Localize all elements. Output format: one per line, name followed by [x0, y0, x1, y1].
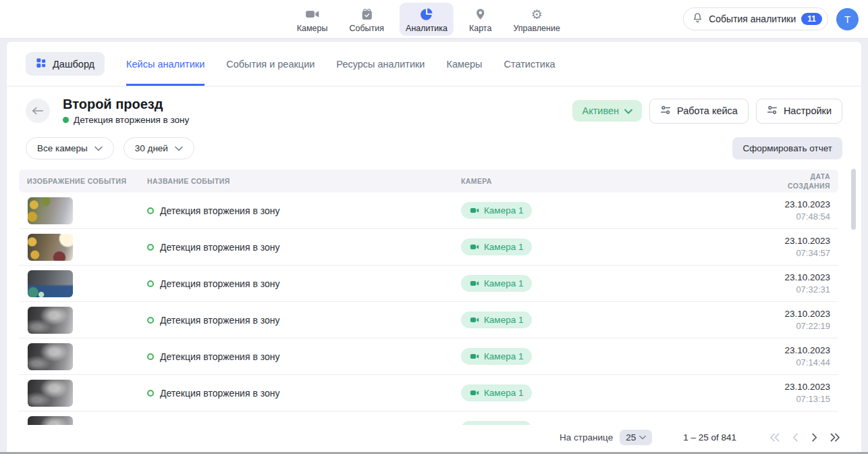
- camera-cell: Камера 1: [461, 311, 769, 328]
- event-name-cell: Детекция вторжения в зону: [147, 205, 461, 216]
- filter-row: Все камеры 30 дней Сформировать отчет: [7, 137, 861, 159]
- camera-badge[interactable]: Камера 1: [461, 238, 532, 255]
- table-row[interactable]: Детекция вторжения в зонуКамера 123.10.2…: [19, 266, 838, 302]
- event-thumbnail[interactable]: [28, 343, 73, 370]
- event-status-ring-icon: [147, 280, 154, 287]
- analytics-events-button[interactable]: События аналитики 11: [683, 7, 828, 30]
- table-row[interactable]: Детекция вторжения в зонуКамера 123.10.2…: [19, 193, 838, 229]
- table-row[interactable]: Детекция вторжения в зонуКамера 123.10.2…: [19, 338, 838, 375]
- cameras-filter-dropdown[interactable]: Все камеры: [26, 137, 114, 159]
- tab-events-and-reactions[interactable]: События и реакции: [226, 42, 315, 86]
- topbar-right: События аналитики 11 T: [683, 7, 859, 30]
- generate-report-button[interactable]: Сформировать отчет: [732, 137, 842, 159]
- event-status-ring-icon: [147, 353, 154, 360]
- user-avatar[interactable]: T: [836, 8, 859, 30]
- per-page-select[interactable]: 25: [620, 430, 652, 445]
- date-cell: 23.10.202307:13:15: [769, 382, 830, 404]
- case-work-button[interactable]: Работа кейса: [649, 99, 749, 124]
- dashboard-label: Дашборд: [53, 59, 94, 70]
- camera-name: Камера 1: [484, 315, 523, 325]
- event-thumbnail[interactable]: [28, 380, 73, 407]
- topnav-item-label: Аналитика: [406, 24, 447, 33]
- topnav-item-events[interactable]: События: [343, 3, 390, 36]
- event-thumbnail[interactable]: [28, 307, 73, 334]
- camera-name: Камера 1: [484, 205, 523, 216]
- column-header-camera: КАМЕРА: [461, 176, 769, 186]
- event-name-cell: Детекция вторжения в зону: [147, 242, 461, 253]
- event-thumbnail[interactable]: [28, 234, 73, 261]
- event-thumbnail[interactable]: [28, 197, 73, 224]
- camera-badge[interactable]: Камера 1: [461, 348, 532, 365]
- event-thumbnail[interactable]: [28, 270, 73, 297]
- topnav-item-map[interactable]: Карта: [463, 3, 497, 36]
- case-work-label: Работа кейса: [677, 105, 738, 116]
- prev-page-button[interactable]: [792, 433, 799, 442]
- status-dot-icon: [63, 117, 69, 123]
- back-button[interactable]: [26, 99, 50, 123]
- camera-name: Камера 1: [484, 351, 523, 361]
- camera-badge[interactable]: Камера 1: [461, 275, 532, 292]
- tab-cameras[interactable]: Камеры: [446, 42, 482, 86]
- events-table: ИЗОБРАЖЕНИЕ СОБЫТИЯ НАЗВАНИЕ СОБЫТИЯ КАМ…: [7, 170, 861, 448]
- table-row[interactable]: Детекция вторжения в зонуКамера 123.10.2…: [19, 375, 838, 411]
- status-dropdown[interactable]: Активен: [572, 100, 642, 122]
- camera-icon: [470, 279, 479, 288]
- event-status-ring-icon: [147, 207, 154, 214]
- topnav-item-label: Карта: [469, 24, 491, 33]
- camera-icon: [470, 388, 479, 397]
- event-name: Детекция вторжения в зону: [160, 242, 280, 253]
- camera-cell: Камера 1: [461, 275, 769, 292]
- event-name: Детекция вторжения в зону: [160, 351, 280, 362]
- settings-button[interactable]: Настройки: [756, 99, 842, 124]
- tab-statistics[interactable]: Статистика: [504, 42, 555, 86]
- camera-badge[interactable]: Камера 1: [461, 202, 532, 219]
- table-row[interactable]: Детекция вторжения в зонуКамера 123.10.2…: [19, 229, 838, 266]
- date-cell: 23.10.202307:14:44: [769, 345, 830, 368]
- camera-name: Камера 1: [484, 242, 523, 252]
- vertical-scrollbar[interactable]: [851, 169, 856, 230]
- event-name-cell: Детекция вторжения в зону: [147, 351, 461, 362]
- pagination-footer: На странице 25 1 – 25 of 841: [7, 425, 861, 452]
- camera-badge[interactable]: Камера 1: [461, 384, 532, 401]
- notification-count-badge: 11: [801, 13, 822, 25]
- event-check-icon: [360, 6, 373, 22]
- sliders-icon: [660, 105, 671, 118]
- column-header-event-name: НАЗВАНИЕ СОБЫТИЯ: [147, 176, 461, 186]
- camera-icon: [470, 316, 479, 324]
- camera-cell: Камера 1: [461, 202, 769, 219]
- table-row[interactable]: Детекция вторжения в зонуКамера 123.10.2…: [19, 302, 838, 338]
- event-name: Детекция вторжения в зону: [160, 315, 280, 326]
- chevron-down-icon: [175, 143, 183, 153]
- date-cell: 23.10.202307:32:31: [769, 272, 830, 295]
- first-page-button[interactable]: [769, 433, 780, 442]
- case-actions: Активен Работа кейса Настройки: [572, 99, 842, 124]
- event-name: Детекция вторжения в зону: [160, 278, 280, 289]
- next-page-button[interactable]: [811, 433, 818, 442]
- pie-chart-icon: [419, 6, 434, 22]
- table-header: ИЗОБРАЖЕНИЕ СОБЫТИЯ НАЗВАНИЕ СОБЫТИЯ КАМ…: [19, 170, 838, 193]
- cameras-filter-label: Все камеры: [37, 143, 88, 153]
- period-filter-dropdown[interactable]: 30 дней: [124, 137, 194, 159]
- bell-icon: [692, 11, 703, 27]
- topnav-item-cameras[interactable]: Камеры: [291, 3, 334, 36]
- tab-analytics-cases[interactable]: Кейсы аналитики: [126, 42, 205, 86]
- camera-badge[interactable]: Камера 1: [461, 311, 532, 328]
- event-name: Детекция вторжения в зону: [160, 388, 280, 399]
- event-status-ring-icon: [147, 244, 154, 251]
- event-thumbnail-cell: [27, 234, 147, 261]
- table-rows: Детекция вторжения в зонуКамера 123.10.2…: [19, 193, 838, 448]
- event-time: 07:34:57: [769, 248, 830, 258]
- chevron-down-icon: [624, 105, 632, 116]
- event-status-ring-icon: [147, 317, 154, 324]
- camera-cell: Камера 1: [461, 384, 769, 401]
- event-date: 23.10.2023: [769, 236, 830, 246]
- topnav-item-analytics[interactable]: Аналитика: [400, 3, 454, 36]
- last-page-button[interactable]: [830, 433, 841, 442]
- event-time: 07:22:19: [769, 321, 830, 331]
- topnav-item-label: События: [349, 24, 384, 33]
- event-time: 07:32:31: [769, 284, 830, 295]
- topnav-item-management[interactable]: ⚙Управление: [507, 3, 566, 36]
- tab-analytics-resources[interactable]: Ресурсы аналитики: [336, 42, 425, 86]
- dashboard-button[interactable]: Дашборд: [26, 52, 105, 76]
- topnav-items: КамерыСобытияАналитикаКарта⚙Управление: [291, 3, 566, 36]
